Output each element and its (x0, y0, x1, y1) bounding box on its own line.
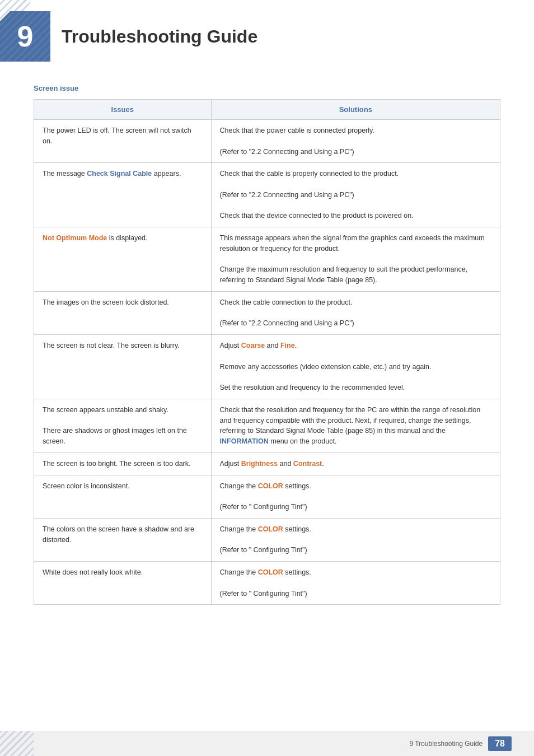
highlight-information: INFORMATION (220, 437, 269, 445)
solution-cell: Check that the power cable is connected … (211, 120, 500, 163)
solution-cell: Check that the cable is properly connect… (211, 163, 500, 227)
issue-cell: The images on the screen look distorted. (34, 291, 212, 334)
highlight-fine: Fine (280, 342, 295, 349)
issue-cell: The message Check Signal Cable appears. (34, 163, 212, 227)
footer-stripe-decoration (0, 731, 34, 756)
solution-cell: This message appears when the signal fro… (211, 227, 500, 292)
highlight-color-1: COLOR (258, 482, 283, 490)
section-title: Screen issue (34, 84, 500, 92)
highlight-coarse: Coarse (241, 342, 265, 349)
solution-cell: Adjust Coarse and Fine. Remove any acces… (211, 335, 500, 399)
issue-cell: White does not really look white. (34, 562, 212, 605)
col-header-issues: Issues (34, 100, 212, 120)
page-header: 9 Troubleshooting Guide (0, 0, 534, 67)
highlight-contrast: Contrast (293, 460, 322, 468)
solution-cell: Adjust Brightness and Contrast. (211, 452, 500, 475)
chapter-number: 9 (17, 22, 34, 51)
issue-cell: The screen is not clear. The screen is b… (34, 335, 212, 399)
solution-cell: Check the cable connection to the produc… (211, 291, 500, 334)
col-header-solutions: Solutions (211, 100, 500, 120)
issue-cell: The colors on the screen have a shadow a… (34, 518, 212, 561)
table-row: The screen appears unstable and shaky. T… (34, 399, 500, 452)
table-row: The screen is too bright. The screen is … (34, 452, 500, 475)
table-row: The colors on the screen have a shadow a… (34, 518, 500, 561)
highlight-check-signal: Check Signal Cable (87, 170, 152, 178)
table-row: Not Optimum Mode is displayed. This mess… (34, 227, 500, 292)
highlight-brightness: Brightness (241, 460, 278, 468)
issues-table: Issues Solutions The power LED is off. T… (34, 99, 500, 605)
page-title: Troubleshooting Guide (62, 26, 257, 47)
solution-cell: Check that the resolution and frequency … (211, 399, 500, 452)
issue-cell: The power LED is off. The screen will no… (34, 120, 212, 163)
table-row: Screen color is inconsistent. Change the… (34, 475, 500, 518)
table-row: White does not really look white. Change… (34, 562, 500, 605)
table-row: The images on the screen look distorted.… (34, 291, 500, 334)
issue-cell: The screen appears unstable and shaky. T… (34, 399, 212, 452)
table-row: The power LED is off. The screen will no… (34, 120, 500, 163)
solution-cell: Change the COLOR settings. (Refer to " C… (211, 475, 500, 518)
issue-cell: Screen color is inconsistent. (34, 475, 212, 518)
page-footer: 9 Troubleshooting Guide 78 (0, 731, 534, 756)
footer-chapter-text: 9 Troubleshooting Guide (409, 740, 483, 748)
table-row: The message Check Signal Cable appears. … (34, 163, 500, 227)
highlight-color-2: COLOR (258, 525, 283, 533)
chapter-badge: 9 (0, 11, 50, 62)
issue-cell: Not Optimum Mode is displayed. (34, 227, 212, 292)
highlight-color-3: COLOR (258, 568, 283, 576)
solution-cell: Change the COLOR settings. (Refer to " C… (211, 562, 500, 605)
solution-cell: Change the COLOR settings. (Refer to " C… (211, 518, 500, 561)
issue-cell: The screen is too bright. The screen is … (34, 452, 212, 475)
highlight-not-optimum: Not Optimum Mode (43, 234, 107, 242)
table-row: The screen is not clear. The screen is b… (34, 335, 500, 399)
footer-page-number: 78 (488, 736, 512, 751)
